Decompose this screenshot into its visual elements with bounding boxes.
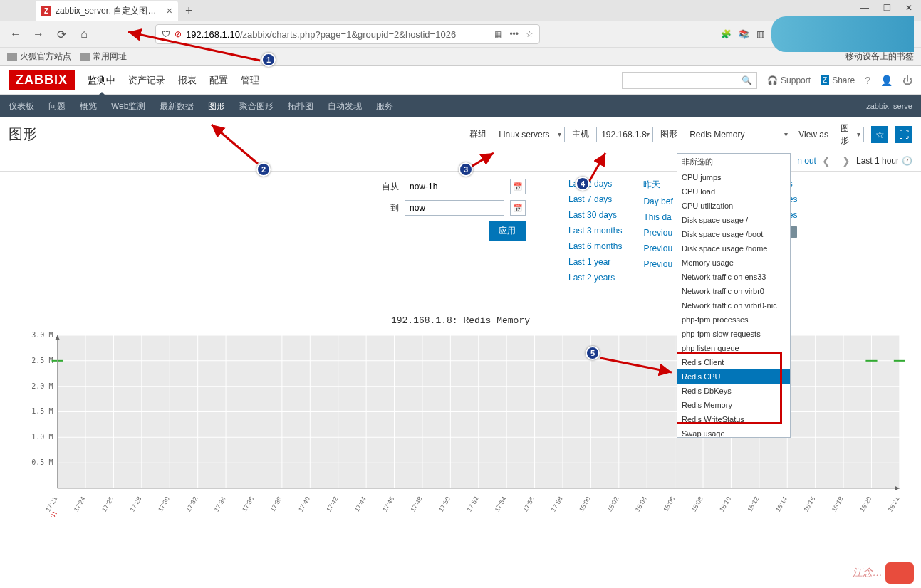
time-range-link[interactable]: Last 1 year xyxy=(568,257,622,267)
time-range-link[interactable]: Last 2 years xyxy=(568,273,622,283)
forward-button[interactable]: → xyxy=(30,26,47,43)
subnav-item[interactable]: 最新数据 xyxy=(160,100,194,112)
subnav-item[interactable]: 服务 xyxy=(376,100,393,112)
subnav-item[interactable]: 图形 xyxy=(208,100,225,112)
graph-select[interactable]: Redis Memory xyxy=(685,127,791,142)
time-range-link[interactable]: Previou xyxy=(643,228,672,238)
view-as-select[interactable]: 图形 xyxy=(836,127,864,142)
time-range-link[interactable]: Previou xyxy=(643,243,672,253)
dropdown-item[interactable]: Network traffic on virbr0 xyxy=(677,284,790,298)
dropdown-item[interactable]: Redis Client xyxy=(677,355,790,369)
maximize-button[interactable]: ❐ xyxy=(883,3,891,13)
nav-item[interactable]: 监测中 xyxy=(88,74,115,87)
annotation-1: 1 xyxy=(261,53,276,67)
power-icon[interactable]: ⏻ xyxy=(902,75,912,86)
browser-tab[interactable]: Z zabbix_server: 自定义图表 [每 × xyxy=(36,1,178,21)
dropdown-item[interactable]: CPU jumps xyxy=(677,170,790,184)
search-icon[interactable]: 🔍 xyxy=(742,75,752,85)
close-window-button[interactable]: ✕ xyxy=(905,3,912,13)
time-range-link[interactable]: Day bef xyxy=(643,196,672,206)
nav-item[interactable]: 报表 xyxy=(178,74,197,87)
url-field[interactable]: 🛡 ⊘ 192.168.1.10/zabbix/charts.php?page=… xyxy=(155,24,540,44)
dropdown-item[interactable]: Redis DbKeys xyxy=(677,384,790,398)
svg-text:17:42: 17:42 xyxy=(325,495,339,513)
host-label: 主机 xyxy=(572,128,589,140)
bookmark-item[interactable]: 常用网址 xyxy=(80,51,127,63)
subnav-item[interactable]: 概览 xyxy=(80,100,97,112)
time-prev-icon[interactable]: ❮ xyxy=(816,155,836,167)
time-range-link[interactable]: This da xyxy=(643,212,672,222)
minimize-button[interactable]: — xyxy=(860,3,869,13)
fullscreen-button[interactable]: ⛶ xyxy=(895,126,912,143)
dropdown-item[interactable]: Redis Memory xyxy=(677,398,790,412)
url-text: 192.168.1.10/zabbix/charts.php?page=1&gr… xyxy=(186,29,490,40)
time-range-link[interactable]: Last 7 days xyxy=(568,194,622,204)
dropdown-item[interactable]: php-fpm slow requests xyxy=(677,327,790,341)
dropdown-item[interactable]: Redis CPU xyxy=(677,369,790,384)
graph-dropdown[interactable]: 非所选的CPU jumpsCPU loadCPU utilizationDisk… xyxy=(677,153,791,438)
dropdown-item[interactable]: Network traffic on ens33 xyxy=(677,270,790,284)
nav-item[interactable]: 管理 xyxy=(241,74,259,87)
subnav-item[interactable]: 仪表板 xyxy=(9,100,34,112)
share-link[interactable]: Z Share xyxy=(821,75,855,85)
zoom-out-link[interactable]: n out xyxy=(797,156,816,166)
time-range-link[interactable]: Last 3 months xyxy=(568,226,622,236)
reload-button[interactable]: ⟳ xyxy=(53,26,70,43)
dropdown-item[interactable]: Disk space usage /home xyxy=(677,241,790,256)
to-input[interactable] xyxy=(405,200,504,216)
sidebar-icon[interactable]: ▥ xyxy=(756,29,764,39)
dropdown-item[interactable]: php-fpm processes xyxy=(677,313,790,327)
svg-text:18:04: 18:04 xyxy=(634,495,648,513)
from-input[interactable] xyxy=(405,179,504,194)
dropdown-item[interactable]: Swap usage xyxy=(677,426,790,438)
dropdown-item[interactable]: CPU utilization xyxy=(677,199,790,213)
dropdown-item[interactable]: 非所选的 xyxy=(677,154,790,170)
svg-text:18:06: 18:06 xyxy=(662,495,676,513)
time-range-link[interactable]: Last 6 months xyxy=(568,241,622,251)
nav-item[interactable]: 资产记录 xyxy=(128,74,165,87)
subnav-item[interactable]: 拓扑图 xyxy=(288,100,313,112)
subnav-item[interactable]: 自动发现 xyxy=(328,100,362,112)
subnav-item[interactable]: 问题 xyxy=(48,100,66,112)
dropdown-item[interactable]: Memory usage xyxy=(677,256,790,270)
dropdown-item[interactable]: Disk space usage / xyxy=(677,213,790,227)
time-range-link[interactable]: Previou xyxy=(643,259,672,269)
dropdown-item[interactable]: php listen queue xyxy=(677,341,790,355)
back-button[interactable]: ← xyxy=(7,26,24,43)
dropdown-item[interactable]: Disk space usage /boot xyxy=(677,227,790,241)
reader-icon[interactable]: ▦ xyxy=(494,29,502,39)
svg-text:17:56: 17:56 xyxy=(521,495,536,513)
library-icon[interactable]: 📚 xyxy=(739,29,749,39)
apply-button[interactable]: 应用 xyxy=(489,221,526,241)
calendar-icon[interactable]: 📅 xyxy=(510,200,526,216)
user-icon[interactable]: 👤 xyxy=(880,75,893,86)
home-button[interactable]: ⌂ xyxy=(76,26,93,43)
bookmark-star-icon[interactable]: ☆ xyxy=(526,29,534,39)
time-next-icon[interactable]: ❯ xyxy=(836,155,856,167)
svg-text:17:54: 17:54 xyxy=(494,495,508,513)
time-range-link[interactable]: 昨天 xyxy=(643,179,672,191)
extension-icon[interactable]: 🧩 xyxy=(721,29,732,39)
favorite-button[interactable]: ☆ xyxy=(871,126,888,143)
help-icon[interactable]: ? xyxy=(865,75,870,86)
zabbix-logo[interactable]: ZABBIX xyxy=(9,70,75,90)
support-link[interactable]: 🎧 Support xyxy=(767,75,811,85)
nav-item[interactable]: 配置 xyxy=(209,74,228,87)
dropdown-item[interactable]: CPU load xyxy=(677,184,790,199)
dropdown-item[interactable]: Redis WriteStatus xyxy=(677,412,790,426)
dropdown-item[interactable]: Network traffic on virbr0-nic xyxy=(677,298,790,313)
search-input[interactable] xyxy=(627,75,742,85)
host-select[interactable]: 192.168.1.8 xyxy=(596,127,653,142)
time-current[interactable]: Last 1 hour 🕐 xyxy=(856,156,912,166)
menu-dots-icon[interactable]: ••• xyxy=(509,29,519,39)
subnav-item[interactable]: 聚合图形 xyxy=(239,100,274,112)
group-select[interactable]: Linux servers xyxy=(494,127,565,142)
time-range-link[interactable]: Last 30 days xyxy=(568,210,622,220)
mobile-bookmarks[interactable]: 移动设备上的书签 xyxy=(845,51,914,63)
subnav-item[interactable]: Web监测 xyxy=(111,100,145,112)
global-search[interactable]: 🔍 xyxy=(622,72,757,89)
bookmark-item[interactable]: 火狐官方站点 xyxy=(7,51,71,63)
new-tab-button[interactable]: + xyxy=(178,4,200,19)
tab-close-icon[interactable]: × xyxy=(167,5,172,16)
calendar-icon[interactable]: 📅 xyxy=(510,179,526,194)
